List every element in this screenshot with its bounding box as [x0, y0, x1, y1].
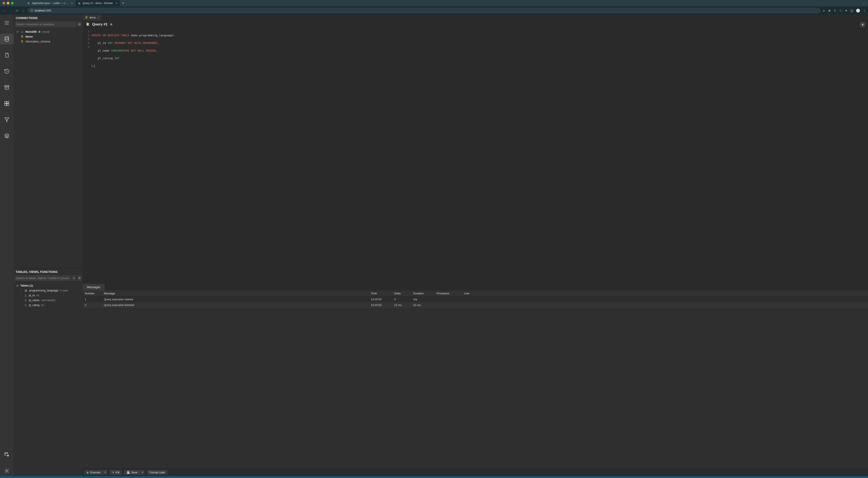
file-tab[interactable]: 🗄 demo ×	[83, 14, 102, 21]
install-app-icon[interactable]: ⤓	[823, 9, 825, 12]
kill-button[interactable]: ✕Kill	[110, 470, 122, 475]
file-icon[interactable]	[0, 50, 13, 60]
favicon-icon: ◧	[78, 2, 81, 5]
execute-button[interactable]: ▶Execute	[84, 470, 103, 475]
col-message[interactable]: Message	[102, 291, 369, 296]
connection-name: MariaDB	[25, 30, 37, 33]
column-icon: ▯	[24, 303, 27, 307]
svg-point-10	[6, 470, 8, 472]
column-type: int	[41, 303, 44, 307]
database-name: demo	[25, 35, 33, 38]
run-marker-icon[interactable]: ▶	[83, 30, 83, 33]
svg-rect-5	[5, 104, 6, 106]
browser-tab[interactable]: ◧ Query #1 - demo - DbGate ×	[75, 0, 120, 6]
svg-point-9	[8, 455, 8, 456]
table-rowcount: 0 rows	[60, 289, 68, 292]
col-time[interactable]: Time	[369, 291, 392, 296]
archive-icon[interactable]	[0, 82, 13, 93]
add-object-button[interactable]: +	[72, 275, 76, 281]
column-icon: ▯	[24, 294, 27, 297]
table-row[interactable]: 2 Query execution finished 14:15:53 21 m…	[83, 302, 868, 308]
dirty-indicator-icon	[110, 23, 112, 25]
reload-button[interactable]: ⟳	[15, 9, 19, 12]
svg-point-0	[5, 37, 8, 38]
connections-header: CONNECTIONS	[13, 14, 83, 22]
table-name: programming_language	[29, 289, 58, 292]
browser-tab[interactable]: ⚙ Application.java — coder — co… ×	[25, 0, 75, 6]
refresh-connections-button[interactable]: ⟳	[77, 22, 82, 27]
database-icon[interactable]	[0, 34, 13, 44]
col-number[interactable]: Number	[83, 291, 102, 296]
close-icon[interactable]: ×	[116, 1, 117, 5]
extensions-icon[interactable]: ✦	[845, 9, 847, 12]
home-button[interactable]: ⌂	[21, 9, 25, 12]
zoom-icon[interactable]: ⊕	[828, 9, 831, 12]
col-delta[interactable]: Delta	[392, 291, 411, 296]
execute-menu-button[interactable]: ▾	[103, 470, 107, 475]
close-icon[interactable]: ×	[71, 1, 73, 5]
nav-back-button[interactable]: ←	[2, 9, 6, 12]
save-button[interactable]: 💾Save	[124, 470, 140, 475]
window-minimize[interactable]	[7, 2, 9, 4]
url-port: :3000	[45, 9, 51, 12]
window-zoom[interactable]	[11, 2, 13, 4]
messages-grid[interactable]: Number Message Time Delta Duration Proce…	[83, 291, 868, 469]
database-icon: 🗄	[85, 16, 88, 19]
site-info-icon[interactable]: ⓘ	[31, 9, 33, 12]
bookmark-icon[interactable]: ☆	[839, 9, 842, 12]
format-code-button[interactable]: Format code	[147, 470, 167, 475]
url-host: localhost	[35, 9, 45, 12]
browser-tab-title: Application.java — coder — co…	[32, 2, 68, 5]
connection-row[interactable]: ⊟ 🖴 MariaDB mysql	[14, 29, 82, 34]
layers-icon[interactable]	[0, 130, 13, 141]
database-row[interactable]: 🗄 demo	[14, 34, 82, 39]
window-close[interactable]	[3, 2, 5, 4]
file-header: 🗎 Query #1 +	[83, 21, 868, 28]
file-title: Query #1	[92, 22, 107, 27]
collapse-icon[interactable]: ⊟	[17, 30, 19, 33]
history-icon[interactable]	[0, 66, 13, 77]
file-tab-label: demo	[89, 16, 96, 19]
db-eye-icon[interactable]	[0, 449, 13, 460]
table-row[interactable]: ⌄ ▦ programming_language 0 rows	[14, 288, 82, 293]
tables-group[interactable]: ⊟ Tables (1)	[14, 283, 82, 288]
column-name: pl_rating	[29, 303, 39, 307]
column-row[interactable]: ▯ pl_id int	[14, 293, 82, 298]
save-menu-button[interactable]: ▾	[140, 470, 145, 475]
svg-point-7	[5, 453, 8, 454]
col-duration[interactable]: Duration	[411, 291, 434, 296]
filter-icon[interactable]	[0, 114, 13, 125]
status-connected-icon	[38, 31, 40, 33]
column-row[interactable]: ▯ pl_name varchar(50)	[14, 298, 82, 303]
editor-code[interactable]: CREATE OR REPLACE TABLE demo.programming…	[91, 28, 174, 283]
collapse-icon[interactable]: ⊟	[17, 284, 19, 287]
apps-icon[interactable]	[0, 98, 13, 109]
share-icon[interactable]: ⇪	[834, 9, 836, 12]
col-procedure[interactable]: Procedure	[434, 291, 462, 296]
svg-rect-4	[7, 101, 9, 103]
expand-icon[interactable]: ⌄	[20, 289, 23, 292]
svg-rect-3	[5, 101, 6, 103]
database-row[interactable]: 🗄 information_schema	[14, 39, 82, 44]
kebab-menu-icon[interactable]: ⋮	[863, 9, 866, 12]
settings-icon[interactable]	[0, 466, 13, 476]
address-bar[interactable]: ⓘ localhost:3000	[28, 8, 820, 13]
column-row[interactable]: ▯ pl_rating int	[14, 303, 82, 307]
nav-forward-button[interactable]: →	[8, 9, 13, 12]
menu-icon[interactable]	[0, 18, 13, 28]
refresh-objects-button[interactable]: ⟳	[77, 275, 82, 281]
new-tab-button[interactable]: +	[120, 0, 126, 6]
col-line[interactable]: Line	[462, 291, 868, 296]
search-connections-input[interactable]	[14, 22, 76, 27]
close-icon[interactable]: ×	[97, 16, 99, 19]
chevron-down-icon[interactable]: ⌄	[863, 2, 865, 4]
new-query-button[interactable]: +	[860, 22, 865, 27]
profile-avatar[interactable]	[856, 9, 860, 12]
editor-cursor	[94, 65, 95, 68]
table-row[interactable]: 1 Query execution started 14:15:53 0 n/a	[83, 296, 868, 302]
tab-messages[interactable]: Messages	[83, 284, 105, 291]
panel-icon[interactable]: ◫	[850, 9, 853, 12]
sql-editor[interactable]: ▶1 2 3 4 5 CREATE OR REPLACE TABLE demo.…	[83, 28, 868, 283]
connection-engine: mysql	[42, 30, 50, 33]
search-objects-input[interactable]	[14, 275, 71, 281]
